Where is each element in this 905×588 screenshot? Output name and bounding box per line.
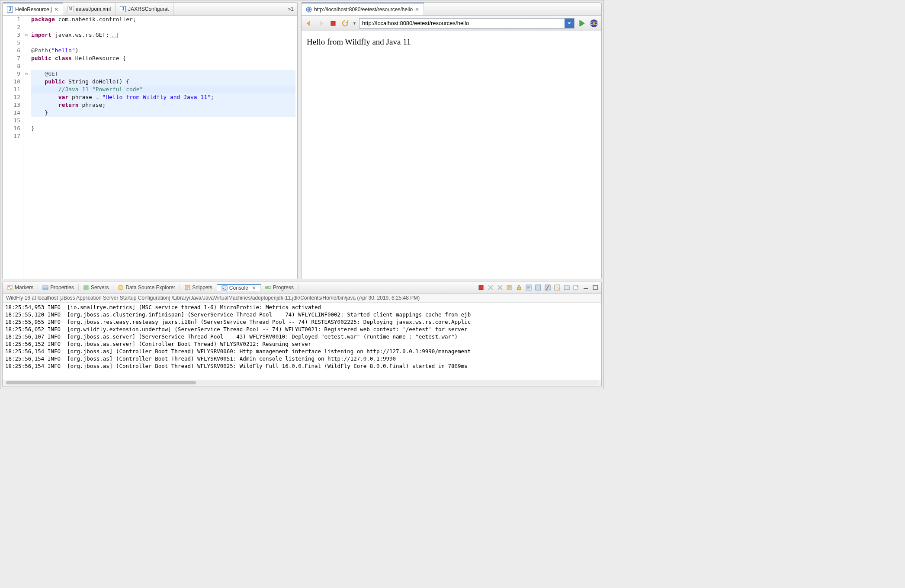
view-tabs: MarkersPropertiesServersData Source Expl… xyxy=(3,281,601,294)
console-icon xyxy=(221,285,228,291)
view-tab-label: Data Source Explorer xyxy=(125,284,175,291)
editor-tab-label: HelloResource.j xyxy=(15,6,52,13)
java-file-icon: J xyxy=(120,6,126,12)
svg-rect-1 xyxy=(331,21,335,26)
svg-point-6 xyxy=(9,286,10,287)
svg-rect-20 xyxy=(517,287,521,290)
editor-tab[interactable]: JJAXRSConfigurat xyxy=(116,3,173,15)
browser-tabbar: http://localhost:8080/eetest/resources/h… xyxy=(302,3,601,16)
console-toolbar xyxy=(475,284,601,291)
view-tab-console[interactable]: Console✕ xyxy=(217,284,261,291)
progress-icon xyxy=(265,284,271,291)
view-tab-snippets[interactable]: Snippets xyxy=(180,284,217,291)
fold-column[interactable]: ⊕⊖ xyxy=(23,16,29,279)
snippets-icon xyxy=(184,284,190,291)
dropdown-icon[interactable]: ▼ xyxy=(353,21,356,26)
bottom-panel: MarkersPropertiesServersData Source Expl… xyxy=(2,281,602,387)
view-tab-markers[interactable]: Markers xyxy=(3,284,38,291)
code-body[interactable]: package com.nabenik.controller;import ja… xyxy=(29,16,297,279)
new-console-button[interactable] xyxy=(573,284,580,291)
eclipse-icon[interactable] xyxy=(589,19,599,28)
view-tab-label: Console xyxy=(229,285,248,291)
url-bar[interactable] xyxy=(359,18,574,29)
forward-button[interactable] xyxy=(316,19,326,28)
console-output[interactable]: 18:25:54,953 INFO [io.smallrye.metrics] … xyxy=(3,303,601,380)
scroll-lock-button[interactable] xyxy=(516,284,523,291)
java-file-icon: J xyxy=(7,6,13,13)
svg-rect-17 xyxy=(266,287,269,288)
view-tab-label: Properties xyxy=(50,284,74,291)
code-editor[interactable]: 123567891011121314151617 ⊕⊖ package com.… xyxy=(3,16,297,279)
svg-rect-27 xyxy=(593,285,597,290)
browser-content: Hello from Wildfly and Java 11 xyxy=(302,31,601,279)
clear-console-button[interactable] xyxy=(506,284,513,291)
browser-tab[interactable]: http://localhost:8080/eetest/resources/h… xyxy=(302,3,424,15)
line-number-gutter[interactable]: 123567891011121314151617 xyxy=(8,16,23,279)
svg-rect-11 xyxy=(84,286,88,287)
stop-button[interactable] xyxy=(328,19,338,28)
svg-rect-5 xyxy=(8,285,12,290)
view-tab-progress[interactable]: Progress xyxy=(261,284,298,291)
close-icon[interactable]: ✕ xyxy=(252,285,256,291)
view-tab-label: Progress xyxy=(273,284,294,291)
back-button[interactable] xyxy=(304,19,314,28)
svg-rect-18 xyxy=(479,285,483,290)
servers-icon xyxy=(83,284,89,291)
view-tab-servers[interactable]: Servers xyxy=(79,284,113,291)
view-tab-properties[interactable]: Properties xyxy=(38,284,79,291)
page-text: Hello from Wildfly and Java 11 xyxy=(307,37,411,46)
pin-console-button[interactable] xyxy=(554,284,561,291)
url-input[interactable] xyxy=(359,20,565,26)
terminate-button[interactable] xyxy=(478,284,485,291)
refresh-button[interactable] xyxy=(340,19,350,28)
browser-pane: http://localhost:8080/eetest/resources/h… xyxy=(301,2,602,279)
editor-tab[interactable]: JHelloResource.j✕ xyxy=(3,3,63,15)
tab-overflow-button[interactable]: »1 xyxy=(285,3,297,15)
xml-file-icon: M xyxy=(67,6,74,12)
upper-panes: JHelloResource.j✕Meetest/pom.xmlJJAXRSCo… xyxy=(0,0,603,281)
view-tab-dse[interactable]: Data Source Explorer xyxy=(113,284,180,291)
svg-rect-22 xyxy=(536,285,541,290)
remove-all-terminated-button[interactable] xyxy=(497,284,504,291)
code-rulers: 123567891011121314151617 ⊕⊖ xyxy=(3,16,29,279)
go-button[interactable] xyxy=(577,19,587,28)
horizontal-scrollbar[interactable] xyxy=(5,380,599,385)
close-icon[interactable]: ✕ xyxy=(54,6,58,13)
svg-rect-12 xyxy=(84,288,88,289)
browser-tab-title: http://localhost:8080/eetest/resources/h… xyxy=(314,6,413,13)
close-icon[interactable]: ✕ xyxy=(415,6,419,13)
remove-terminated-button[interactable] xyxy=(487,284,494,291)
open-console-button[interactable] xyxy=(563,284,570,291)
properties-icon xyxy=(42,284,48,291)
svg-rect-8 xyxy=(43,286,48,290)
svg-rect-25 xyxy=(564,286,569,290)
url-dropdown-button[interactable] xyxy=(565,19,574,28)
view-tab-label: Snippets xyxy=(192,284,212,291)
editor-tabbar: JHelloResource.j✕Meetest/pom.xmlJJAXRSCo… xyxy=(3,3,297,16)
svg-point-4 xyxy=(593,22,595,25)
maximize-button[interactable] xyxy=(592,284,599,291)
editor-tab-label: eetest/pom.xml xyxy=(76,6,111,12)
word-wrap-button[interactable] xyxy=(525,284,532,291)
ide-workbench: JHelloResource.j✕Meetest/pom.xmlJJAXRSCo… xyxy=(0,0,604,389)
show-console-button[interactable] xyxy=(535,284,542,291)
dse-icon xyxy=(118,284,124,291)
globe-icon xyxy=(306,6,312,13)
console-header: WildFly 16 at localhost [JBoss Applicati… xyxy=(3,294,601,303)
minimize-button[interactable] xyxy=(582,284,589,291)
svg-point-7 xyxy=(10,288,12,289)
browser-toolbar: ▼ xyxy=(302,16,601,31)
view-tab-label: Servers xyxy=(91,284,109,291)
editor-pane: JHelloResource.j✕Meetest/pom.xmlJJAXRSCo… xyxy=(2,2,298,279)
view-tab-label: Markers xyxy=(15,284,33,291)
markers-icon xyxy=(7,284,13,291)
editor-tab-label: JAXRSConfigurat xyxy=(128,6,169,12)
display-console-button[interactable] xyxy=(544,284,551,291)
editor-tab[interactable]: Meetest/pom.xml xyxy=(63,3,116,15)
